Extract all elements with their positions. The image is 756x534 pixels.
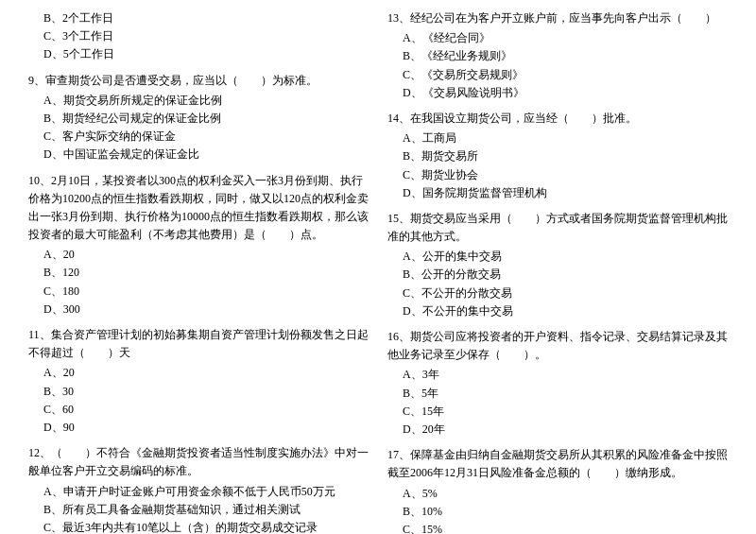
question-9: 9、审查期货公司是否遭受交易，应当以（ ）为标准。 A、期货交易所所规定的保证金… xyxy=(28,72,369,164)
q12-option-b: B、所有员工具备金融期货基础知识，通过相关测试 xyxy=(28,501,369,519)
question-continuation: B、2个工作日 C、3个工作日 D、5个工作日 xyxy=(28,9,369,64)
q14-option-a: A、工商局 xyxy=(387,129,728,147)
q13-option-b: B、《经纪业务规则》 xyxy=(387,47,728,65)
q11-option-b: B、30 xyxy=(28,383,369,401)
question-13: 13、经纪公司在为客户开立账户前，应当事先向客户出示（ ） A、《经纪合同》 B… xyxy=(387,9,728,102)
q15-option-d: D、不公开的集中交易 xyxy=(387,302,728,320)
q13-option-d: D、《交易风险说明书》 xyxy=(387,84,728,102)
q9-option-b: B、期货经纪公司规定的保证金比例 xyxy=(28,110,369,128)
option-d-cont: D、5个工作日 xyxy=(28,45,369,63)
question-11: 11、集合资产管理计划的初始募集期自资产管理计划份额发售之日起不得超过（ ）天 … xyxy=(28,326,369,437)
right-column: 13、经纪公司在为客户开立账户前，应当事先向客户出示（ ） A、《经纪合同》 B… xyxy=(387,9,728,534)
q12-option-a: A、申请开户时证金账户可用资金余额不低于人民币50万元 xyxy=(28,483,369,501)
q16-option-a: A、3年 xyxy=(387,366,728,384)
q14-option-d: D、国务院期货监督管理机构 xyxy=(387,184,728,202)
question-14: 14、在我国设立期货公司，应当经（ ）批准。 A、工商局 B、期货交易所 C、期… xyxy=(387,110,728,202)
question-12-text: 12、（ ）不符合《金融期货投资者适当性制度实施办法》中对一般单位客户开立交易编… xyxy=(28,444,369,480)
q17-option-b: B、10% xyxy=(387,503,728,521)
q13-option-a: A、《经纪合同》 xyxy=(387,29,728,47)
q10-option-b: B、120 xyxy=(28,264,369,282)
question-14-text: 14、在我国设立期货公司，应当经（ ）批准。 xyxy=(387,110,728,128)
q14-option-c: C、期货业协会 xyxy=(387,166,728,184)
q15-option-b: B、公开的分散交易 xyxy=(387,266,728,284)
question-10: 10、2月10日，某投资者以300点的权利金买入一张3月份到期、执行价格为102… xyxy=(28,172,369,319)
question-16: 16、期货公司应将投资者的开户资料、指令记录、交易结算记录及其他业务记录至少保存… xyxy=(387,328,728,439)
q16-option-b: B、5年 xyxy=(387,385,728,403)
q16-option-d: D、20年 xyxy=(387,421,728,439)
question-10-text: 10、2月10日，某投资者以300点的权利金买入一张3月份到期、执行价格为102… xyxy=(28,172,369,245)
question-15: 15、期货交易应当采用（ ）方式或者国务院期货监督管理机构批准的其他方式。 A、… xyxy=(387,210,728,320)
q13-option-c: C、《交易所交易规则》 xyxy=(387,66,728,84)
left-column: B、2个工作日 C、3个工作日 D、5个工作日 9、审查期货公司是否遭受交易，应… xyxy=(28,9,369,534)
q10-option-c: C、180 xyxy=(28,283,369,301)
q16-option-c: C、15年 xyxy=(387,403,728,421)
question-16-text: 16、期货公司应将投资者的开户资料、指令记录、交易结算记录及其他业务记录至少保存… xyxy=(387,328,728,364)
question-17-text: 17、保障基金由归纳自金融期货交易所从其积累的风险准备金中按照截至2006年12… xyxy=(387,446,728,482)
question-9-text: 9、审查期货公司是否遭受交易，应当以（ ）为标准。 xyxy=(28,72,369,90)
q15-option-a: A、公开的集中交易 xyxy=(387,248,728,266)
question-17: 17、保障基金由归纳自金融期货交易所从其积累的风险准备金中按照截至2006年12… xyxy=(387,446,728,534)
q10-option-d: D、300 xyxy=(28,301,369,319)
q9-option-c: C、客户实际交纳的保证金 xyxy=(28,128,369,146)
question-13-text: 13、经纪公司在为客户开立账户前，应当事先向客户出示（ ） xyxy=(387,9,728,27)
q14-option-b: B、期货交易所 xyxy=(387,147,728,165)
question-11-text: 11、集合资产管理计划的初始募集期自资产管理计划份额发售之日起不得超过（ ）天 xyxy=(28,326,369,362)
q15-option-c: C、不公开的分散交易 xyxy=(387,284,728,302)
q11-option-a: A、20 xyxy=(28,364,369,382)
q11-option-d: D、90 xyxy=(28,419,369,437)
q10-option-a: A、20 xyxy=(28,246,369,264)
q12-option-c: C、最近3年内共有10笔以上（含）的期货交易成交记录 xyxy=(28,519,369,534)
question-12: 12、（ ）不符合《金融期货投资者适当性制度实施办法》中对一般单位客户开立交易编… xyxy=(28,444,369,534)
q17-option-c: C、15% xyxy=(387,521,728,534)
option-c-cont: C、3个工作日 xyxy=(28,27,369,45)
q9-option-a: A、期货交易所所规定的保证金比例 xyxy=(28,92,369,110)
q11-option-c: C、60 xyxy=(28,401,369,419)
q9-option-d: D、中国证监会规定的保证金比 xyxy=(28,146,369,164)
q17-option-a: A、5% xyxy=(387,485,728,503)
question-15-text: 15、期货交易应当采用（ ）方式或者国务院期货监督管理机构批准的其他方式。 xyxy=(387,210,728,246)
option-b-cont: B、2个工作日 xyxy=(28,9,369,27)
